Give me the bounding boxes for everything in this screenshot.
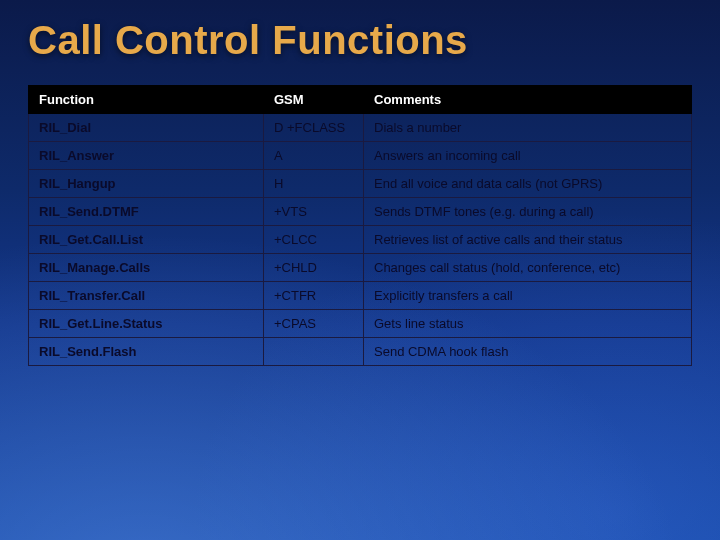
table-row: RIL_Send.DTMF +VTS Sends DTMF tones (e.g… (29, 198, 692, 226)
col-header-function: Function (29, 86, 264, 114)
slide: Call Control Functions Function GSM Comm… (0, 0, 720, 540)
cell-comments: Dials a number (364, 114, 692, 142)
cell-gsm: +VTS (264, 198, 364, 226)
cell-function: RIL_Send.Flash (29, 338, 264, 366)
table-row: RIL_Dial D +FCLASS Dials a number (29, 114, 692, 142)
table-row: RIL_Hangup H End all voice and data call… (29, 170, 692, 198)
cell-comments: Changes call status (hold, conference, e… (364, 254, 692, 282)
cell-comments: Explicitly transfers a call (364, 282, 692, 310)
col-header-comments: Comments (364, 86, 692, 114)
cell-gsm: D +FCLASS (264, 114, 364, 142)
cell-function: RIL_Send.DTMF (29, 198, 264, 226)
cell-comments: End all voice and data calls (not GPRS) (364, 170, 692, 198)
table-row: RIL_Get.Line.Status +CPAS Gets line stat… (29, 310, 692, 338)
cell-function: RIL_Hangup (29, 170, 264, 198)
table-row: RIL_Transfer.Call +CTFR Explicitly trans… (29, 282, 692, 310)
table-row: RIL_Manage.Calls +CHLD Changes call stat… (29, 254, 692, 282)
cell-function: RIL_Dial (29, 114, 264, 142)
col-header-gsm: GSM (264, 86, 364, 114)
table-row: RIL_Get.Call.List +CLCC Retrieves list o… (29, 226, 692, 254)
cell-function: RIL_Get.Call.List (29, 226, 264, 254)
cell-comments: Answers an incoming call (364, 142, 692, 170)
cell-function: RIL_Transfer.Call (29, 282, 264, 310)
table-row: RIL_Send.Flash Send CDMA hook flash (29, 338, 692, 366)
cell-comments: Gets line status (364, 310, 692, 338)
cell-comments: Send CDMA hook flash (364, 338, 692, 366)
cell-function: RIL_Answer (29, 142, 264, 170)
cell-function: RIL_Manage.Calls (29, 254, 264, 282)
cell-gsm: +CHLD (264, 254, 364, 282)
cell-gsm: A (264, 142, 364, 170)
cell-gsm: +CTFR (264, 282, 364, 310)
page-title: Call Control Functions (28, 18, 692, 63)
cell-comments: Sends DTMF tones (e.g. during a call) (364, 198, 692, 226)
cell-gsm: H (264, 170, 364, 198)
cell-gsm (264, 338, 364, 366)
table-header-row: Function GSM Comments (29, 86, 692, 114)
cell-gsm: +CLCC (264, 226, 364, 254)
cell-function: RIL_Get.Line.Status (29, 310, 264, 338)
table-row: RIL_Answer A Answers an incoming call (29, 142, 692, 170)
cell-comments: Retrieves list of active calls and their… (364, 226, 692, 254)
cell-gsm: +CPAS (264, 310, 364, 338)
functions-table: Function GSM Comments RIL_Dial D +FCLASS… (28, 85, 692, 366)
